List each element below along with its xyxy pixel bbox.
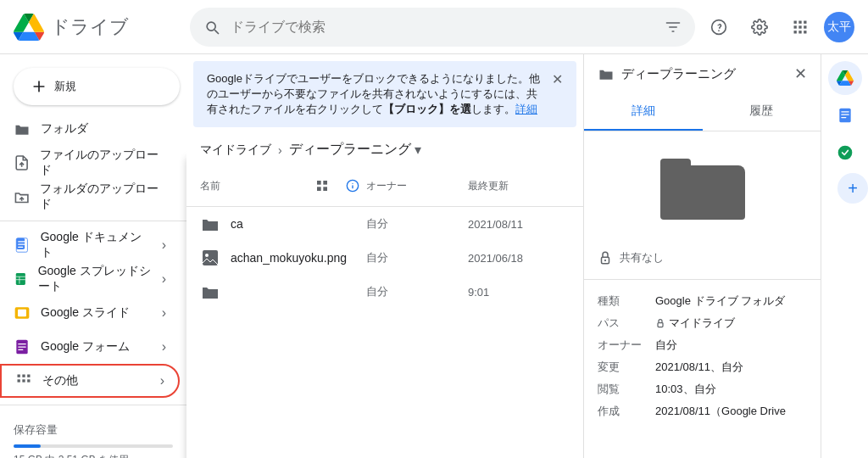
panel-info-label-created: 作成 (598, 404, 648, 419)
settings-button[interactable] (743, 10, 776, 44)
upload-file-icon (14, 154, 30, 171)
file-date: 2021/08/11 (468, 218, 570, 231)
drive-logo-icon (14, 12, 44, 42)
sidebar-item-upload-folder[interactable]: フォルダのアップロード (0, 180, 180, 214)
panel-info-row-viewed: 閲覧 10:03、自分 (598, 382, 807, 397)
breadcrumb-dropdown-icon[interactable]: ▾ (415, 142, 421, 158)
breadcrumb-current-label: ディープラーニング (289, 141, 411, 159)
grid-icon (792, 19, 809, 36)
svg-rect-22 (18, 379, 20, 382)
svg-rect-60 (839, 109, 850, 123)
header: ドライブ (0, 0, 868, 54)
svg-rect-55 (203, 250, 218, 265)
rs-icon-check[interactable] (828, 136, 862, 170)
sidebar-item-folder-label: フォルダ (41, 121, 88, 137)
notification-link[interactable]: 詳細 (515, 103, 537, 115)
right-sidebar: + (821, 54, 868, 458)
panel-close-button[interactable]: ✕ (794, 64, 807, 83)
right-panel: ディープラーニング ✕ 詳細 履歴 共有なし 種 (583, 54, 821, 458)
plus-icon (31, 78, 47, 95)
sidebar-item-google-slides[interactable]: Google スライド › (0, 296, 180, 330)
avatar[interactable]: 太平 (824, 12, 854, 42)
filter-icon (665, 19, 682, 36)
panel-divider (584, 279, 821, 280)
folder-body (660, 165, 745, 220)
notification-banner: Googleドライブでユーザーをブロックできるようになりました。他のユーザーから… (193, 61, 576, 127)
sidebar-item-other[interactable]: その他 › (0, 364, 180, 398)
storage-text: 15 GB 中 2.51 GB を使用 (14, 453, 173, 458)
svg-rect-23 (22, 379, 25, 382)
storage-section: 保存容量 15 GB 中 2.51 GB を使用 保存容量を購入 (0, 412, 186, 458)
table-row[interactable]: achan_mokuyoku.png 自分 2021/06/18 (186, 241, 583, 275)
breadcrumb-current: ディープラーニング ▾ (289, 141, 421, 159)
file-list-col-name: 名前 (200, 179, 309, 193)
svg-rect-19 (18, 375, 20, 377)
sidebar-divider-1 (0, 221, 186, 221)
search-bar[interactable] (190, 8, 695, 47)
rs-icon-drive[interactable] (828, 61, 862, 95)
svg-rect-50 (317, 187, 321, 191)
svg-rect-4 (804, 20, 806, 23)
sidebar: 新規 フォルダ ファイルのアップロード フォルダのアップロード (0, 54, 186, 458)
file-list-header: 名前 オーナー (186, 165, 583, 207)
storage-label: 保存容量 (14, 422, 173, 438)
sidebar-item-google-sheets[interactable]: Google スプレッドシート › (0, 262, 180, 296)
docs-icon (14, 237, 31, 254)
share-text: 共有なし (620, 250, 664, 265)
search-icon (203, 19, 220, 36)
sidebar-item-google-docs[interactable]: Google ドキュメント › (0, 228, 180, 262)
table-row[interactable]: ca 自分 2021/08/11 (186, 207, 583, 241)
svg-rect-21 (27, 375, 30, 377)
panel-info-label-owner: オーナー (598, 338, 648, 353)
folder-preview-icon (660, 152, 745, 220)
sidebar-other-arrow: › (160, 373, 164, 388)
svg-rect-51 (323, 187, 327, 191)
tab-history[interactable]: 履歴 (703, 93, 821, 131)
sidebar-item-sheets-label: Google スプレッドシート (38, 264, 152, 294)
folder-preview (584, 131, 821, 240)
storage-bar-fill (14, 444, 41, 448)
rs-icon-docs[interactable] (828, 98, 862, 132)
svg-point-0 (712, 20, 726, 34)
apps-button[interactable] (783, 10, 817, 44)
sidebar-item-folder[interactable]: フォルダ (0, 112, 180, 146)
panel-info-row-type: 種類 Google ドライブ フォルダ (598, 293, 807, 309)
breadcrumb-separator: › (278, 143, 282, 157)
notification-close-button[interactable]: ✕ (552, 71, 563, 87)
table-row[interactable]: 自分 9:01 (186, 275, 583, 309)
panel-tabs: 詳細 履歴 (584, 93, 821, 131)
docs-rs-icon (837, 107, 854, 124)
svg-rect-10 (804, 31, 806, 33)
svg-rect-48 (317, 181, 321, 185)
file-owner: 自分 (366, 250, 468, 265)
info-button[interactable] (339, 172, 366, 199)
svg-rect-59 (658, 323, 663, 327)
check-icon (837, 144, 854, 161)
svg-point-56 (205, 254, 209, 257)
share-section: 共有なし (584, 240, 821, 276)
tab-details[interactable]: 詳細 (584, 93, 703, 131)
panel-info-row-path: パス マイドライブ (598, 316, 807, 331)
panel-folder-icon (598, 65, 615, 82)
panel-details-section: 種類 Google ドライブ フォルダ パス マイドライブ オーナー 自分 変更 (584, 283, 821, 436)
panel-info-row-created: 作成 2021/08/11（Google Drive (598, 404, 807, 419)
grid-view-icon (315, 179, 329, 193)
svg-point-61 (837, 146, 852, 160)
new-button[interactable]: 新規 (14, 68, 180, 105)
panel-info-label-type: 種類 (598, 293, 648, 309)
sidebar-item-upload-file[interactable]: ファイルのアップロード (0, 146, 180, 180)
panel-info-value-created: 2021/08/11（Google Drive (655, 404, 786, 419)
rs-add-button[interactable]: + (837, 173, 868, 204)
logo-area: ドライブ (14, 12, 183, 42)
lock-small-icon (655, 318, 665, 328)
sidebar-item-google-forms[interactable]: Google フォーム › (0, 330, 180, 364)
breadcrumb-mydrive[interactable]: マイドライブ (200, 142, 271, 158)
help-button[interactable] (702, 10, 736, 44)
folder-file-icon-2 (200, 282, 220, 302)
svg-rect-49 (323, 181, 327, 185)
sidebar-item-upload-folder-label: フォルダのアップロード (40, 182, 166, 212)
sidebar-slides-arrow: › (162, 305, 166, 321)
search-input[interactable] (231, 20, 654, 35)
grid-view-button[interactable] (309, 172, 336, 199)
file-date: 2021/06/18 (468, 252, 570, 265)
